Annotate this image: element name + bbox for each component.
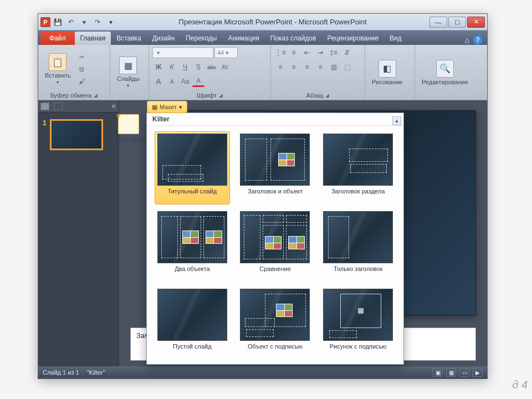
bold-button[interactable]: Ж bbox=[152, 62, 165, 73]
group-drawing: ◧ Рисование bbox=[365, 45, 415, 100]
drawing-label: Рисование bbox=[372, 79, 402, 85]
new-slide-icon bbox=[118, 114, 139, 134]
slides-button[interactable]: ▦ Слайды ▾ bbox=[114, 55, 143, 89]
layout-title-content[interactable]: Заголовок и объект bbox=[238, 131, 313, 204]
format-painter-icon[interactable]: 🖌 bbox=[76, 76, 88, 87]
qat-undo-dropdown[interactable]: ▾ bbox=[78, 16, 90, 28]
font-launcher-icon[interactable]: ◢ bbox=[219, 93, 223, 98]
underline-button[interactable]: Ч bbox=[179, 62, 191, 73]
panel-tabs: ✕ bbox=[38, 100, 119, 112]
group-editing: 🔍 Редактирование bbox=[415, 45, 482, 100]
tab-design[interactable]: Дизайн bbox=[147, 32, 180, 45]
layout-caption: Рисунок с подписью bbox=[330, 343, 387, 357]
group-clipboard: 📋 Вставить ▾ ✂ ⧉ 🖌 Буфер обмена◢ bbox=[38, 45, 110, 100]
slide-counter: Слайд 1 из 1 bbox=[43, 369, 79, 376]
quick-access-toolbar: P 💾 ↶ ▾ ↷ ▾ bbox=[40, 16, 117, 28]
file-tab[interactable]: Файл bbox=[40, 32, 75, 45]
sorter-view-icon[interactable]: ▦ bbox=[446, 368, 456, 377]
clipboard-icon: 📋 bbox=[49, 53, 66, 71]
layout-button[interactable]: ▦ Макет ▾ bbox=[147, 101, 187, 113]
text-direction-button[interactable]: ⇵ bbox=[341, 47, 353, 58]
qat-customize-dropdown[interactable]: ▾ bbox=[105, 16, 117, 28]
tab-slideshow[interactable]: Показ слайдов bbox=[265, 32, 322, 45]
layout-caption: Объект с подписью bbox=[248, 343, 303, 357]
layout-theme-header: Kilter bbox=[147, 113, 403, 126]
group-paragraph: ⋮≡ ≡ ⇤ ⇥ ‡≡ ⇵ ≡ ≡ ≡ ≡ ▥ ⬚ Абзац◢ bbox=[271, 45, 365, 100]
layout-two-content[interactable]: Два объекта bbox=[155, 209, 230, 282]
char-spacing-button[interactable]: AV bbox=[219, 62, 231, 73]
normal-view-icon[interactable]: ▣ bbox=[433, 368, 443, 377]
powerpoint-icon: P bbox=[40, 17, 50, 27]
shadow-button[interactable]: S bbox=[192, 62, 204, 73]
line-spacing-button[interactable]: ‡≡ bbox=[328, 47, 340, 58]
font-name-combo[interactable]: ▾ bbox=[152, 47, 213, 58]
undo-icon[interactable]: ↶ bbox=[65, 16, 77, 28]
layout-picture-caption[interactable]: Рисунок с подписью bbox=[320, 287, 396, 360]
layout-caption: Сравнение bbox=[259, 265, 291, 280]
slides-tab-icon[interactable] bbox=[40, 103, 49, 110]
clipboard-group-label: Буфер обмена bbox=[50, 92, 92, 99]
group-font: ▾ 44 ▾ Ж К Ч S abc AV A A Aa A Ш bbox=[149, 45, 271, 100]
align-left-button[interactable]: ≡ bbox=[274, 62, 287, 73]
save-icon[interactable]: 💾 bbox=[52, 16, 64, 28]
clear-format-button[interactable]: Aa bbox=[179, 76, 191, 87]
reading-view-icon[interactable]: ▭ bbox=[459, 368, 469, 377]
align-right-button[interactable]: ≡ bbox=[301, 62, 313, 73]
strike-button[interactable]: abc bbox=[206, 62, 218, 73]
layout-content-caption[interactable]: Объект с подписью bbox=[238, 287, 313, 360]
cut-icon[interactable]: ✂ bbox=[76, 52, 88, 63]
layout-section-header[interactable]: Заголовок раздела bbox=[320, 131, 396, 204]
smartart-button[interactable]: ⬚ bbox=[341, 62, 353, 73]
redo-icon[interactable]: ↷ bbox=[91, 16, 104, 28]
bullets-button[interactable]: ⋮≡ bbox=[274, 47, 287, 58]
minimize-ribbon-icon[interactable]: △ bbox=[465, 37, 469, 44]
slideshow-view-icon[interactable]: ▶ bbox=[473, 368, 483, 377]
layout-title-slide[interactable]: Титульный слайд bbox=[155, 131, 230, 204]
layout-title-only[interactable]: Только заголовок bbox=[320, 209, 396, 282]
editing-button[interactable]: 🔍 Редактирование bbox=[418, 59, 472, 86]
paragraph-launcher-icon[interactable]: ◢ bbox=[325, 93, 329, 98]
minimize-button[interactable]: — bbox=[429, 17, 447, 28]
paragraph-group-label: Абзац bbox=[306, 92, 324, 99]
clipboard-launcher-icon[interactable]: ◢ bbox=[94, 93, 98, 98]
copy-icon[interactable]: ⧉ bbox=[76, 64, 88, 75]
statusbar: Слайд 1 из 1 "Kilter" ▣ ▦ ▭ ▶ bbox=[38, 366, 487, 378]
layout-grid: Титульный слайд Заголовок и объект Загол… bbox=[147, 126, 403, 364]
close-button[interactable]: ✕ bbox=[467, 17, 485, 28]
align-center-button[interactable]: ≡ bbox=[288, 62, 300, 73]
drawing-button[interactable]: ◧ Рисование bbox=[369, 59, 406, 86]
italic-button[interactable]: К bbox=[166, 62, 178, 73]
indent-inc-button[interactable]: ⇥ bbox=[314, 47, 326, 58]
grow-font-button[interactable]: A bbox=[152, 76, 165, 87]
scroll-up-icon[interactable]: ▲ bbox=[392, 116, 401, 125]
layout-blank[interactable]: Пустой слайд bbox=[155, 287, 230, 360]
font-color-button[interactable]: A bbox=[192, 76, 204, 87]
layout-comparison[interactable]: Сравнение bbox=[238, 209, 313, 282]
tab-home[interactable]: Главная bbox=[75, 32, 111, 45]
indent-dec-button[interactable]: ⇤ bbox=[301, 47, 313, 58]
help-button[interactable]: ? bbox=[473, 35, 483, 45]
tab-view[interactable]: Вид bbox=[384, 32, 407, 45]
window-controls: — ▢ ✕ bbox=[428, 17, 485, 28]
paste-label: Вставить bbox=[45, 72, 71, 79]
editing-label: Редактирование bbox=[422, 79, 468, 85]
titlebar: P 💾 ↶ ▾ ↷ ▾ Презентация Microsoft PowerP… bbox=[38, 14, 487, 30]
paste-button[interactable]: 📋 Вставить ▾ bbox=[42, 52, 74, 86]
layout-caption: Заголовок раздела bbox=[331, 188, 385, 202]
shrink-font-button[interactable]: A bbox=[166, 76, 178, 87]
font-size-combo[interactable]: 44 ▾ bbox=[214, 47, 238, 58]
tab-insert[interactable]: Вставка bbox=[111, 32, 147, 45]
tab-animation[interactable]: Анимация bbox=[222, 32, 264, 45]
columns-button[interactable]: ▥ bbox=[328, 62, 340, 73]
justify-button[interactable]: ≡ bbox=[314, 62, 326, 73]
numbering-button[interactable]: ≡ bbox=[288, 47, 300, 58]
slides-label: Слайды bbox=[117, 75, 140, 82]
tab-review[interactable]: Рецензирование bbox=[321, 32, 384, 45]
layout-gallery: ▦ Макет ▾ ▲ Kilter Титульный слайд Загол… bbox=[146, 112, 404, 365]
maximize-button[interactable]: ▢ bbox=[448, 17, 466, 28]
find-icon: 🔍 bbox=[436, 60, 454, 78]
tab-transitions[interactable]: Переходы bbox=[180, 32, 222, 45]
ribbon-tabs: Файл Главная Вставка Дизайн Переходы Ани… bbox=[38, 30, 487, 45]
panel-close-icon[interactable]: ✕ bbox=[111, 103, 116, 110]
outline-tab-icon[interactable] bbox=[54, 103, 63, 110]
